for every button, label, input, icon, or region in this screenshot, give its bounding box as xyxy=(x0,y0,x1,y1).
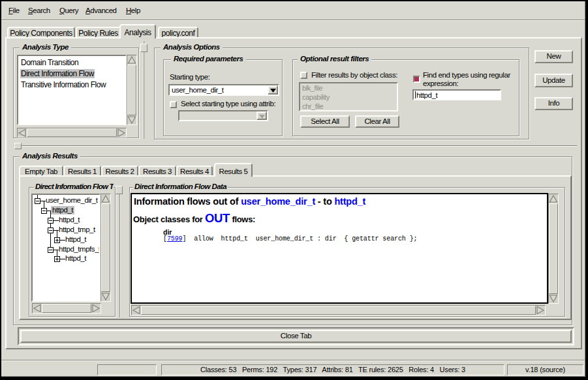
menu-query[interactable]: Query xyxy=(59,1,78,20)
scroll-right-arrow-icon[interactable] xyxy=(117,128,126,138)
scroll-up-arrow-icon[interactable] xyxy=(127,55,136,65)
scroll-left-arrow-icon[interactable] xyxy=(132,306,141,315)
tree-collapse-icon[interactable] xyxy=(41,208,47,214)
menu-search[interactable]: Search xyxy=(28,1,50,20)
regex-entry-value: httpd_t xyxy=(416,91,437,99)
scroll-right-arrow-icon[interactable] xyxy=(91,304,101,313)
top-pane-sash-grip[interactable] xyxy=(140,44,147,52)
tree-collapse-icon[interactable] xyxy=(48,218,54,224)
analysis-type-vscrollbar[interactable] xyxy=(127,55,137,125)
scrollbar-thumb[interactable] xyxy=(141,306,536,315)
tree-expand-icon[interactable] xyxy=(54,237,60,243)
flow-rule: [7599] allow httpd_t user_home_dir_t : d… xyxy=(163,235,417,242)
scrollbar-thumb[interactable] xyxy=(549,203,558,294)
scroll-up-arrow-icon[interactable] xyxy=(101,194,110,203)
scroll-right-arrow-icon[interactable] xyxy=(536,306,545,315)
main-pane-sash-grip[interactable] xyxy=(14,143,22,149)
menu-file[interactable]: File xyxy=(8,1,20,20)
scroll-down-arrow-icon[interactable] xyxy=(127,115,136,124)
tree-expand-icon[interactable] xyxy=(54,256,60,262)
scrollbar-thumb[interactable] xyxy=(27,128,117,137)
menu-help[interactable]: Help xyxy=(126,1,140,20)
scroll-left-arrow-icon[interactable] xyxy=(33,304,42,313)
flow-data-title: Direct Information Flow Data xyxy=(133,183,228,191)
tab-policy-conf[interactable]: policy.conf xyxy=(158,27,198,37)
scroll-left-arrow-icon[interactable] xyxy=(18,128,27,138)
starting-type-value: user_home_dir_t xyxy=(172,85,268,95)
top-pane-sash[interactable] xyxy=(143,41,144,139)
analysis-type-item[interactable]: Direct Information Flow xyxy=(18,68,125,80)
flow-title: Information flows out of user_home_dir_t… xyxy=(134,196,365,207)
flow-tree-title: Direct Information Flow Tree xyxy=(34,183,114,191)
main-pane-sash[interactable] xyxy=(14,145,577,147)
select-all-button[interactable]: Select All xyxy=(300,115,350,128)
results-pane-sash[interactable] xyxy=(118,186,119,317)
tree-node-label[interactable]: httpd_tmp_t xyxy=(57,226,97,234)
scrollbar-thumb[interactable] xyxy=(42,304,91,313)
scroll-up-arrow-icon[interactable] xyxy=(549,194,558,203)
combo-dropdown-button[interactable] xyxy=(268,85,278,95)
starting-type-combobox[interactable]: user_home_dir_t xyxy=(168,84,279,96)
tab-analysis[interactable]: Analysis xyxy=(119,24,156,38)
object-class-listbox: blk_filecapabilitychr_file xyxy=(299,82,398,111)
tree-collapse-icon[interactable] xyxy=(48,247,54,253)
tree-hscrollbar[interactable] xyxy=(32,303,101,314)
analysis-results-title: Analysis Results xyxy=(20,152,80,160)
attrib-checkbox[interactable] xyxy=(170,101,177,108)
info-button[interactable]: Info xyxy=(534,97,573,110)
data-vscrollbar[interactable] xyxy=(548,194,559,304)
attrib-combobox xyxy=(178,110,268,121)
data-hscrollbar[interactable] xyxy=(131,305,546,315)
menu-advanced[interactable]: Advanced xyxy=(85,1,117,20)
tree-collapse-icon[interactable] xyxy=(35,198,40,204)
menu-separator xyxy=(1,20,585,21)
tree-collapse-icon[interactable] xyxy=(48,227,54,233)
tree-node-label[interactable]: httpd_tmpfs_t xyxy=(57,245,101,254)
regex-entry[interactable]: httpd_t xyxy=(412,89,501,100)
close-tab-button[interactable]: Close Tab xyxy=(20,330,572,343)
analysis-type-listbox[interactable]: Domain TransitionDirect Information Flow… xyxy=(17,55,127,125)
object-class-checkbox-label: Filter results by object class: xyxy=(311,71,397,79)
status-version: v.18 (source) xyxy=(507,364,583,375)
analysis-type-item[interactable]: Domain Transition xyxy=(18,57,125,68)
scroll-down-arrow-icon[interactable] xyxy=(101,292,110,301)
status-field-empty xyxy=(97,364,157,375)
tree-node-label[interactable]: user_home_dir_t xyxy=(44,196,99,205)
results-tab-results-5[interactable]: Results 5 xyxy=(214,163,253,177)
new-button[interactable]: New xyxy=(534,50,573,63)
rule-number-link[interactable]: 7599 xyxy=(167,235,183,242)
scrollbar-thumb[interactable] xyxy=(101,203,110,292)
object-class-item: chr_file xyxy=(302,102,397,111)
clear-all-button[interactable]: Clear All xyxy=(355,115,399,128)
starting-type-label: Starting type: xyxy=(170,73,209,81)
regex-checkbox-label: Find end types using regularexpression: xyxy=(423,71,510,88)
regex-checkbox[interactable] xyxy=(413,76,420,83)
analysis-type-item[interactable]: Transitive Information Flow xyxy=(18,80,125,91)
results-tab-results-3[interactable]: Results 3 xyxy=(138,166,176,175)
scrollbar-thumb[interactable] xyxy=(127,65,136,115)
flow-tree[interactable]: user_home_dir_thttpd_thttpd_thttpd_tmp_t… xyxy=(31,194,101,302)
attrib-combobox-value xyxy=(181,111,256,120)
flow-data-text[interactable]: Information flows out of user_home_dir_t… xyxy=(131,193,548,304)
tree-node-label[interactable]: httpd_t xyxy=(64,254,87,263)
results-tab-empty-tab[interactable]: Empty Tab xyxy=(19,166,63,175)
results-tab-results-2[interactable]: Results 2 xyxy=(101,166,138,175)
tree-node-label[interactable]: httpd_t xyxy=(51,206,74,214)
results-tab-results-1[interactable]: Results 1 xyxy=(63,166,101,175)
tab-policy-components[interactable]: Policy Components xyxy=(7,27,75,37)
tree-node-label[interactable]: httpd_t xyxy=(57,216,81,224)
results-pane-sash-grip[interactable] xyxy=(116,186,123,194)
combo-dropdown-button-disabled xyxy=(256,111,267,120)
text-cursor xyxy=(415,91,416,98)
object-class-item: blk_file xyxy=(302,84,397,93)
update-button[interactable]: Update xyxy=(534,74,573,87)
tree-vscrollbar[interactable] xyxy=(101,194,111,302)
analysis-type-hscrollbar[interactable] xyxy=(17,128,127,138)
scroll-down-arrow-icon[interactable] xyxy=(549,294,558,303)
menu-bar: FileSearchQueryAdvancedHelp xyxy=(1,1,585,20)
object-class-checkbox[interactable] xyxy=(300,72,307,79)
tab-policy-rules[interactable]: Policy Rules xyxy=(76,27,121,37)
required-parameters-title: Required parameters xyxy=(171,55,246,63)
results-tab-results-4[interactable]: Results 4 xyxy=(176,166,213,175)
tree-node-label[interactable]: httpd_t xyxy=(64,235,87,244)
